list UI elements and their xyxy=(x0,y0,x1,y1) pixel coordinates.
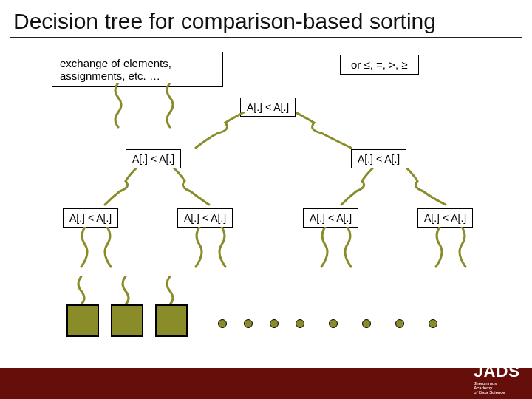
tree-node-l2-c: A[.] < A[.] xyxy=(303,208,358,228)
leaf-block xyxy=(66,304,99,337)
ellipsis-dot xyxy=(244,319,253,328)
ellipsis-dot xyxy=(296,319,304,328)
squiggle-icon xyxy=(185,112,251,153)
ellipsis-dot xyxy=(218,319,227,328)
squiggle-icon xyxy=(70,276,100,306)
ellipsis-dot xyxy=(329,319,338,328)
squiggle-icon xyxy=(159,276,188,306)
squiggle-icon xyxy=(100,227,129,271)
squiggle-icon xyxy=(96,168,148,208)
footer-bar: JADS Jheronimus Academy of Data Science xyxy=(0,368,532,399)
leaf-block xyxy=(111,304,143,337)
squiggle-icon xyxy=(96,83,140,134)
squiggle-icon xyxy=(214,227,244,271)
ellipsis-dot xyxy=(362,319,371,328)
squiggle-icon xyxy=(307,227,336,271)
tree-node-l2-d: A[.] < A[.] xyxy=(417,208,473,228)
squiggle-icon xyxy=(115,276,144,306)
squiggle-icon xyxy=(454,227,484,271)
tree-node-l2-b: A[.] < A[.] xyxy=(177,208,233,228)
squiggle-icon xyxy=(296,112,369,153)
squiggle-icon xyxy=(399,168,458,208)
ellipsis-dot xyxy=(395,319,404,328)
leaf-block xyxy=(155,304,188,337)
squiggle-icon xyxy=(332,168,384,208)
squiggle-icon xyxy=(66,227,96,271)
footer-logo: JADS Jheronimus Academy of Data Science xyxy=(474,362,520,395)
callout-comparators: or ≤, =, >, ≥ xyxy=(340,55,419,75)
ellipsis-dot xyxy=(429,319,437,328)
squiggle-icon xyxy=(340,227,369,271)
page-title: Decision tree for comparison-based sorti… xyxy=(0,0,532,37)
squiggle-icon xyxy=(166,168,218,208)
diagram-canvas: exchange of elements, assignments, etc. … xyxy=(0,38,532,349)
ellipsis-dot xyxy=(270,319,279,328)
footer-sub3: of Data Science xyxy=(474,390,520,395)
tree-node-l2-a: A[.] < A[.] xyxy=(63,208,118,228)
footer-logo-text: JADS xyxy=(474,362,520,381)
callout-exchange: exchange of elements, assignments, etc. … xyxy=(52,52,223,87)
squiggle-icon xyxy=(421,227,451,271)
tree-node-l1-left: A[.] < A[.] xyxy=(126,149,181,168)
squiggle-icon xyxy=(181,227,211,271)
